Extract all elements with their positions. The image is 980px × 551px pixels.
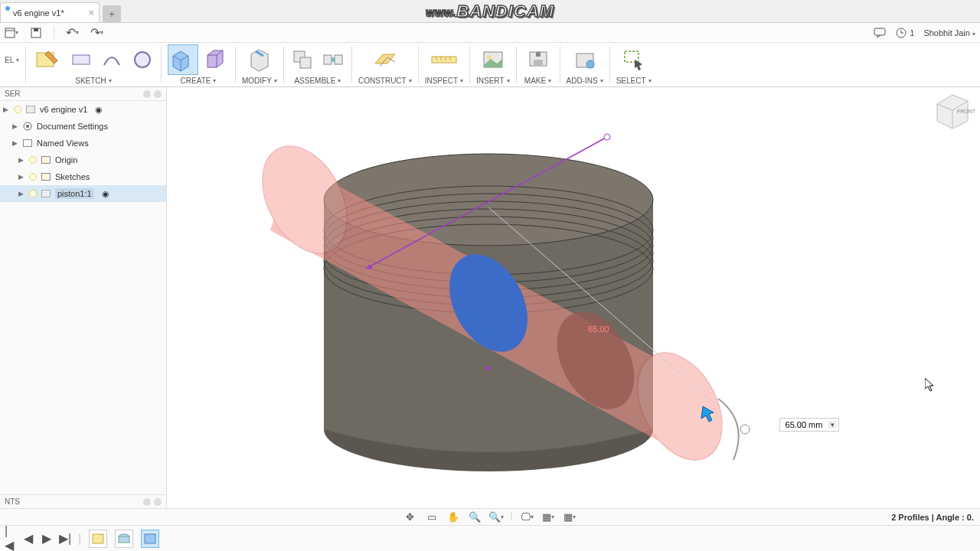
model-view[interactable] — [167, 87, 980, 508]
redo-icon[interactable]: ↷▾ — [90, 26, 103, 40]
comments-icon[interactable] — [873, 26, 887, 40]
browser-item-piston[interactable]: ▶ piston1:1 ◉ — [0, 185, 166, 202]
browser-item-docsettings[interactable]: ▶ Document Settings — [0, 118, 166, 135]
ribbon-group-inspect[interactable]: INSPECT▾ — [425, 77, 463, 86]
print-3d-icon[interactable] — [523, 44, 554, 75]
svg-rect-3 — [34, 28, 38, 31]
lookat-icon[interactable]: ▭ — [425, 510, 439, 524]
create-sketch-icon[interactable] — [32, 44, 63, 75]
orbit-icon[interactable]: ✥ — [403, 510, 417, 524]
insert-decal-icon[interactable] — [478, 44, 508, 75]
ribbon-group-insert[interactable]: INSERT▾ — [476, 77, 510, 86]
chevron-icon[interactable]: ▶ — [18, 190, 24, 197]
ribbon-group-sketch[interactable]: SKETCH▾ — [75, 77, 112, 86]
ribbon-group-select[interactable]: SELECT▾ — [616, 77, 652, 86]
visibility-icon[interactable] — [29, 156, 37, 164]
construct-plane-icon[interactable] — [370, 44, 400, 75]
svg-point-15 — [331, 57, 335, 62]
visibility-icon[interactable] — [29, 173, 37, 181]
extrude-icon[interactable] — [168, 44, 198, 75]
svg-rect-14 — [335, 55, 342, 64]
svg-rect-13 — [324, 55, 332, 64]
timeline-play-icon[interactable]: ▶ — [41, 533, 52, 544]
svg-text:FRONT: FRONT — [957, 109, 975, 114]
chevron-icon[interactable]: ▶ — [18, 173, 24, 181]
press-pull-icon[interactable] — [244, 44, 275, 75]
dimension-input-box[interactable]: ▾ — [779, 418, 839, 432]
tab-title: v6 engine v1* — [13, 8, 64, 18]
viewport-canvas[interactable]: 65.00 ▾ FRONT — [167, 87, 980, 508]
svg-rect-9 — [73, 55, 90, 64]
viewports-icon[interactable]: ▦▾ — [563, 510, 577, 524]
close-icon[interactable]: × — [88, 7, 94, 18]
circle-icon[interactable] — [130, 47, 155, 72]
svg-rect-0 — [5, 28, 15, 37]
chevron-down-icon[interactable]: ▶ — [3, 106, 9, 113]
timeline-extrude-icon[interactable] — [115, 530, 133, 548]
document-tab[interactable]: v6 engine v1* × — [0, 2, 100, 22]
addins-icon[interactable] — [570, 44, 600, 75]
new-tab-button[interactable]: + — [103, 5, 121, 22]
ribbon-group-construct[interactable]: CONSTRUCT▾ — [358, 77, 412, 86]
workspace-switcher[interactable]: EL ▾ — [0, 43, 24, 86]
folder-icon — [41, 156, 51, 164]
svg-point-27 — [586, 60, 594, 68]
svg-point-30 — [26, 125, 29, 128]
arc-icon[interactable] — [100, 47, 124, 72]
active-dot-icon[interactable]: ◉ — [95, 105, 103, 115]
collapse-dot-icon[interactable] — [154, 90, 162, 98]
browser-root[interactable]: ▶ v6 engine v1 ◉ — [0, 101, 166, 118]
unsaved-indicator — [5, 6, 10, 11]
visibility-icon[interactable] — [29, 190, 37, 197]
viewcube[interactable]: FRONT — [933, 90, 975, 133]
browser-item-namedviews[interactable]: ▶ Named Views — [0, 135, 166, 152]
ribbon-group-assemble[interactable]: ASSEMBLE▾ — [294, 77, 341, 86]
new-component-icon[interactable] — [290, 47, 315, 72]
browser-header[interactable]: SER — [0, 87, 166, 101]
chevron-icon[interactable]: ▶ — [12, 139, 18, 147]
fit-icon[interactable]: 🔍▾ — [489, 510, 503, 524]
svg-point-48 — [486, 366, 491, 370]
clock-icon — [896, 28, 906, 38]
svg-rect-28 — [625, 51, 639, 62]
timeline-active-feature-icon[interactable] — [141, 530, 159, 548]
timeline-sketch-icon[interactable] — [89, 530, 107, 548]
joint-icon[interactable] — [321, 47, 345, 72]
svg-rect-12 — [300, 57, 311, 68]
settings-dot-icon[interactable] — [143, 90, 151, 98]
active-dot-icon[interactable]: ◉ — [102, 189, 109, 199]
save-icon[interactable] — [29, 26, 43, 40]
comments-header[interactable]: NTS — [0, 494, 166, 508]
measure-icon[interactable] — [429, 44, 459, 75]
views-icon — [23, 139, 32, 147]
zoom-icon[interactable]: 🔍 — [468, 510, 482, 524]
job-status[interactable]: 1 — [896, 28, 914, 38]
svg-rect-4 — [874, 28, 885, 35]
timeline-end-icon[interactable]: ▶| — [60, 533, 70, 544]
ribbon-group-modify[interactable]: MODIFY▾ — [242, 77, 277, 86]
ribbon-group-create[interactable]: CREATE▾ — [181, 77, 217, 86]
user-menu[interactable]: Shobhit Jain ▾ — [923, 28, 975, 37]
chevron-icon[interactable]: ▶ — [12, 122, 18, 130]
display-icon[interactable]: 🖵▾ — [520, 510, 534, 524]
timeline-back-icon[interactable]: ◀ — [23, 533, 34, 544]
ribbon-group-addins[interactable]: ADD-INS▾ — [567, 77, 603, 86]
ribbon-group-make[interactable]: MAKE▾ — [524, 77, 551, 86]
select-icon[interactable] — [619, 44, 649, 75]
dimension-input[interactable] — [782, 420, 826, 429]
pan-icon[interactable]: ✋ — [446, 510, 460, 524]
rectangle-icon[interactable] — [69, 47, 93, 72]
visibility-icon[interactable] — [14, 106, 21, 113]
timeline-start-icon[interactable]: |◀ — [5, 533, 15, 544]
undo-icon[interactable]: ↶▾ — [65, 26, 79, 40]
gear-icon — [23, 122, 32, 131]
browser-item-origin[interactable]: ▶ Origin — [0, 152, 166, 168]
box-icon[interactable] — [204, 47, 229, 72]
chevron-icon[interactable]: ▶ — [18, 156, 24, 164]
file-menu-icon[interactable]: ▾ — [5, 26, 18, 40]
dropdown-icon[interactable]: ▾ — [828, 421, 837, 429]
browser-panel: SER ▶ v6 engine v1 ◉ ▶ Document Settings… — [0, 87, 167, 508]
grid-icon[interactable]: ▦▾ — [541, 510, 555, 524]
browser-item-sketches[interactable]: ▶ Sketches — [0, 168, 166, 185]
svg-rect-25 — [536, 52, 541, 57]
